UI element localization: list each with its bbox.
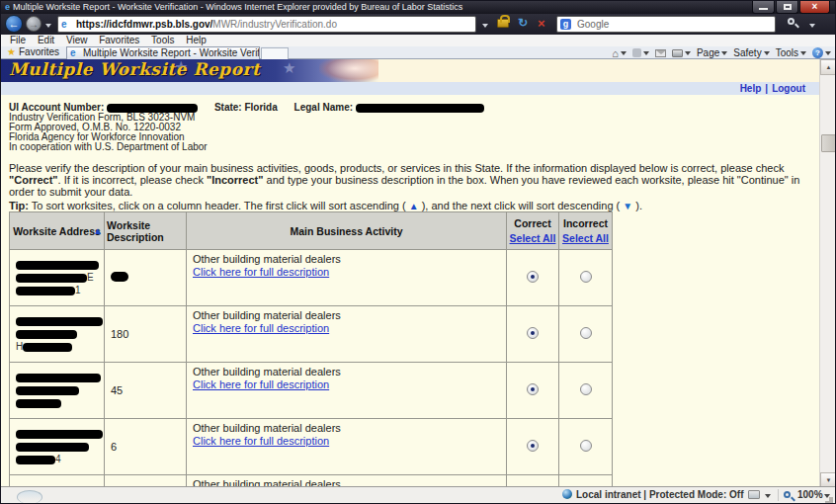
close-icon: ×	[800, 1, 829, 12]
address-fragment: 4	[55, 454, 61, 464]
mail-button[interactable]	[655, 49, 666, 57]
menu-tools[interactable]: Tools	[151, 35, 174, 46]
logout-link[interactable]: Logout	[772, 83, 805, 94]
search-dropdown-icon[interactable]	[809, 24, 815, 28]
compatibility-dropdown-icon[interactable]	[765, 494, 771, 498]
history-dropdown-icon[interactable]	[45, 24, 51, 28]
minimize-button[interactable]	[752, 1, 775, 14]
column-header-main-business-activity[interactable]: Main Business Activity	[187, 212, 507, 250]
safety-menu-button[interactable]: Safety	[733, 47, 769, 59]
address-bar: ← → e https://idcfdmwr.psb.bls.gov/MWR/i…	[1, 14, 835, 35]
correct-cell	[507, 250, 559, 306]
coop-line: In cooperation with U.S. Department of L…	[9, 142, 811, 152]
print-dropdown-icon	[685, 51, 691, 55]
column-header-correct[interactable]: CorrectSelect All	[507, 212, 559, 250]
zoom-icon[interactable]	[784, 491, 791, 498]
menu-file[interactable]: File	[10, 35, 26, 46]
maximize-button[interactable]	[776, 1, 798, 14]
security-lock-icon[interactable]	[497, 19, 509, 28]
incorrect-emphasis: "Incorrect"	[207, 174, 264, 186]
home-button[interactable]: ⌂	[612, 47, 627, 59]
compatibility-view-icon[interactable]	[748, 490, 760, 499]
full-description-link[interactable]: Click here for full description	[193, 435, 329, 447]
header-label: Worksite Address	[13, 225, 101, 237]
page-icon: e	[61, 17, 67, 32]
menu-help[interactable]: Help	[186, 35, 207, 46]
feeds-icon	[632, 48, 641, 57]
forward-button[interactable]: →	[26, 16, 42, 32]
stop-icon[interactable]: ×	[538, 16, 545, 31]
incorrect-radio[interactable]	[580, 440, 592, 452]
menu-view[interactable]: View	[66, 35, 88, 46]
refresh-icon[interactable]: ↻	[518, 16, 528, 30]
menu-bar: File Edit View Favorites Tools Help	[1, 35, 835, 46]
search-icon[interactable]	[788, 18, 794, 25]
address-redaction	[16, 430, 103, 439]
menu-favorites[interactable]: Favorites	[99, 35, 139, 46]
table-row: 45 Other building material dealersClick …	[10, 363, 613, 419]
status-partial-icon	[17, 490, 42, 504]
menu-edit[interactable]: Edit	[38, 35, 54, 46]
scroll-up-button[interactable]: ▲	[820, 59, 836, 75]
help-link[interactable]: Help	[740, 83, 762, 94]
header-label: Incorrect	[563, 217, 608, 229]
address-redaction	[16, 456, 55, 464]
worksite-address-cell: E 1	[10, 250, 105, 306]
tools-menu-button[interactable]: Tools	[776, 47, 806, 59]
correct-radio[interactable]	[527, 383, 539, 395]
correct-radio[interactable]	[527, 271, 539, 283]
address-redaction	[16, 443, 89, 452]
favorites-button[interactable]: ★Favorites	[1, 46, 59, 58]
incorrect-radio[interactable]	[580, 271, 592, 283]
nav-separator: |	[765, 83, 768, 94]
back-button[interactable]: ←	[5, 15, 23, 33]
correct-radio[interactable]	[527, 440, 539, 452]
back-icon: ←	[9, 18, 20, 30]
main-business-activity-cell: Other building material dealersClick her…	[187, 250, 507, 306]
page-dropdown-icon	[721, 51, 727, 55]
help-button[interactable]: ?	[812, 47, 831, 58]
description-value: 6	[111, 441, 117, 453]
tools-dropdown-icon	[800, 51, 806, 55]
address-redaction	[16, 374, 101, 382]
vertical-scrollbar[interactable]: ▲ ▼	[819, 59, 836, 488]
url-field[interactable]: e https://idcfdmwr.psb.bls.gov/MWR/indus…	[57, 16, 476, 33]
correct-cell	[507, 306, 559, 363]
tab-active[interactable]: e Multiple Worksite Report - Worksite Ve…	[66, 46, 260, 59]
full-description-link[interactable]: Click here for full description	[193, 378, 329, 390]
correct-cell	[507, 419, 559, 475]
search-input[interactable]: g Google	[556, 16, 776, 33]
new-tab-stub[interactable]	[261, 47, 289, 59]
zoom-level[interactable]: 100%	[797, 489, 823, 500]
incorrect-radio[interactable]	[580, 327, 592, 339]
feeds-button[interactable]	[632, 48, 649, 57]
page-viewport: ★ ★ ★ ★ Multiple Worksite Report Help|Lo…	[1, 59, 819, 488]
tip-text: To sort worksites, click on a column hea…	[29, 200, 409, 211]
full-description-link[interactable]: Click here for full description	[193, 266, 329, 278]
correct-radio[interactable]	[527, 327, 539, 339]
worksite-description-cell: 6	[105, 419, 187, 475]
select-all-incorrect-link[interactable]: Select All	[559, 232, 612, 244]
column-header-worksite-description[interactable]: Worksite Description	[105, 212, 187, 250]
search-value: Google	[577, 19, 609, 30]
header-label: Worksite Description	[107, 219, 164, 243]
maximize-icon	[784, 4, 792, 10]
browser-window: eMultiple Worksite Report - Worksite Ver…	[0, 0, 836, 504]
incorrect-radio[interactable]	[580, 383, 592, 395]
title-bar[interactable]: eMultiple Worksite Report - Worksite Ver…	[1, 1, 835, 14]
close-button[interactable]: ×	[799, 1, 830, 14]
print-button[interactable]	[672, 49, 691, 57]
address-redaction	[16, 399, 61, 408]
column-header-worksite-address[interactable]: Worksite Address▲	[10, 212, 105, 250]
page-banner: ★ ★ ★ ★ Multiple Worksite Report	[1, 59, 819, 82]
scrollbar-thumb[interactable]	[821, 134, 836, 152]
select-all-correct-link[interactable]: Select All	[507, 232, 558, 244]
address-redaction	[16, 330, 77, 339]
column-header-incorrect[interactable]: IncorrectSelect All	[559, 212, 613, 250]
url-domain: https://idcfdmwr.psb.bls.gov/	[76, 19, 212, 30]
address-redaction	[16, 274, 87, 283]
resize-grip[interactable]	[829, 497, 833, 501]
url-dropdown-icon[interactable]	[482, 24, 488, 28]
full-description-link[interactable]: Click here for full description	[193, 322, 329, 334]
page-menu-button[interactable]: Page	[697, 47, 727, 59]
